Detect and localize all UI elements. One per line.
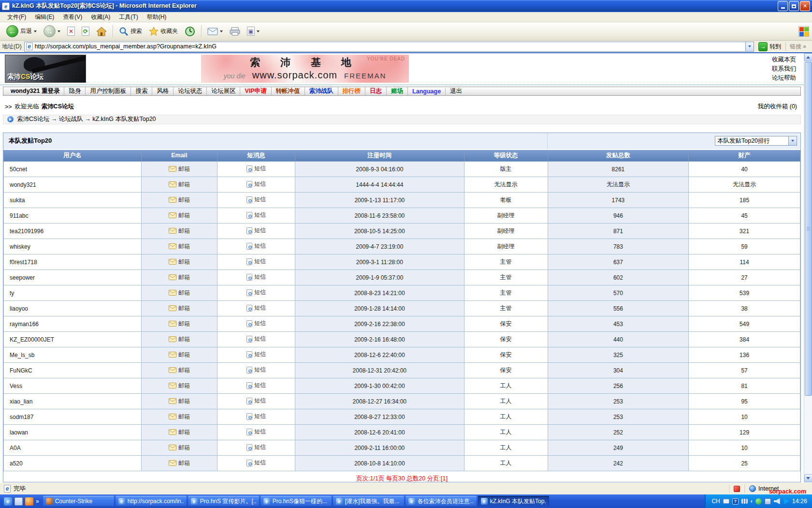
mail-dropdown-icon[interactable] (220, 30, 223, 32)
email-button[interactable]: 邮箱 (169, 258, 190, 266)
sms-button[interactable]: 短信 (246, 164, 266, 173)
sms-button[interactable]: 短信 (246, 242, 266, 250)
show-desktop-icon[interactable] (14, 497, 23, 506)
go-button[interactable]: → 转到 (756, 42, 783, 52)
email-button[interactable]: 邮箱 (169, 180, 190, 189)
email-button[interactable]: 邮箱 (169, 227, 190, 235)
scroll-up-button[interactable] (804, 53, 812, 61)
menu-item[interactable]: 收藏(A) (87, 12, 115, 22)
messenger-tray-icon[interactable] (783, 498, 789, 505)
sms-button[interactable]: 短信 (246, 412, 266, 420)
pagination[interactable]: 页次:1/1页 每页30 总数20 分页:[1] (3, 471, 800, 482)
contact-us-link[interactable]: 联系我们 (772, 64, 796, 74)
sms-button[interactable]: 短信 (246, 397, 266, 405)
email-button[interactable]: 邮箱 (169, 196, 190, 204)
breadcrumb-path[interactable]: 索沛CS论坛 → 论坛战队 → kZ.kInG 本队发贴Top20 (17, 115, 156, 123)
menu-item[interactable]: 编辑(E) (30, 12, 58, 22)
keyboard-icon[interactable] (723, 499, 729, 504)
sms-button[interactable]: 短信 (246, 304, 266, 312)
email-button[interactable]: 邮箱 (169, 165, 190, 173)
quicklaunch-ie-icon[interactable]: e (4, 497, 12, 506)
email-button[interactable]: 邮箱 (169, 242, 190, 251)
edit-button[interactable]: ▣ (244, 25, 263, 38)
taskbar-button[interactable]: 各位索沛会员请注意... (406, 496, 477, 507)
menu-item[interactable]: 帮助(H) (143, 12, 171, 22)
email-button[interactable]: 邮箱 (169, 444, 190, 452)
search-button[interactable]: 搜索 (116, 25, 145, 38)
nav-item[interactable]: 赌场 (387, 87, 408, 95)
menu-item[interactable]: 工具(T) (115, 12, 142, 22)
nav-item[interactable]: 论坛展区 (207, 87, 240, 95)
taskbar-button[interactable]: [灌水]我最強。我最... (333, 496, 404, 507)
taskbar-button[interactable]: Counter-Strike (43, 496, 114, 507)
links-button[interactable]: 链接 » (785, 43, 810, 51)
sms-button[interactable]: 短信 (246, 257, 266, 266)
favorites-button[interactable]: 收藏夹 (145, 25, 181, 38)
sms-button[interactable]: 短信 (246, 211, 266, 219)
bookmark-page-link[interactable]: 收藏本页 (772, 55, 796, 64)
close-button[interactable]: ✕ (800, 1, 810, 11)
ime-language-indicator[interactable]: CH (711, 498, 720, 505)
inbox-link[interactable]: 我的收件箱 (0) (758, 103, 799, 111)
back-dropdown-icon[interactable] (34, 30, 37, 32)
sms-button[interactable]: 短信 (246, 273, 266, 281)
sms-button[interactable]: 短信 (246, 288, 266, 297)
nav-item[interactable]: 索沛战队 (305, 87, 338, 95)
nav-item[interactable]: wondy321 重登录 (6, 87, 64, 95)
back-button[interactable]: ← 后退 (3, 23, 40, 39)
ranking-select[interactable]: 本队发贴Top20排行 (715, 136, 797, 146)
network-tray-icon[interactable] (765, 498, 771, 505)
address-dropdown-button[interactable] (745, 42, 754, 51)
sms-button[interactable]: 短信 (246, 180, 266, 188)
vertical-scrollbar[interactable] (804, 53, 812, 482)
email-button[interactable]: 邮箱 (169, 428, 190, 436)
sorpack-ad-banner[interactable]: 索 沛 基 地 YOU'RE DEAD you die www.sorpack.… (201, 55, 409, 83)
select-dropdown-icon[interactable] (788, 136, 797, 145)
nav-item[interactable]: 搜索 (131, 87, 152, 95)
forward-dropdown-icon[interactable] (58, 30, 60, 32)
forum-logo[interactable]: 索沛CS论坛 (5, 55, 86, 83)
nav-item[interactable]: 隐身 (64, 87, 86, 95)
nav-item[interactable]: 日志 (365, 87, 387, 95)
nav-item[interactable]: 论坛状态 (174, 87, 207, 95)
ime-toolbar-icon[interactable] (741, 499, 748, 504)
forward-button[interactable]: → (40, 23, 64, 39)
nav-item[interactable]: VIP申请 (240, 87, 271, 95)
maximize-button[interactable] (789, 1, 799, 11)
stop-button[interactable]: ✕ (64, 25, 78, 38)
sms-button[interactable]: 短信 (246, 443, 266, 451)
nav-item[interactable]: 转帐冲值 (272, 87, 305, 95)
refresh-button[interactable]: ⟳ (78, 25, 93, 38)
email-button[interactable]: 邮箱 (169, 320, 190, 328)
taskbar-button[interactable]: http://sorpack.com/in... (116, 496, 187, 507)
bitcomet-tray-icon[interactable] (755, 498, 762, 505)
mail-button[interactable] (204, 26, 226, 37)
sms-button[interactable]: 短信 (246, 381, 266, 389)
nav-item[interactable]: 排行榜 (338, 87, 366, 95)
email-button[interactable]: 邮箱 (169, 413, 190, 421)
email-button[interactable]: 邮箱 (169, 335, 190, 344)
history-button[interactable] (181, 24, 199, 39)
email-button[interactable]: 邮箱 (169, 366, 190, 374)
forum-help-link[interactable]: 论坛帮助 (772, 74, 796, 83)
sms-button[interactable]: 短信 (246, 195, 266, 204)
email-button[interactable]: 邮箱 (169, 289, 190, 297)
media-player-icon[interactable] (25, 497, 33, 506)
sms-button[interactable]: 短信 (246, 428, 266, 436)
minimize-button[interactable] (778, 1, 788, 11)
sms-button[interactable]: 短信 (246, 319, 266, 328)
taskbar-button[interactable]: Pro.hnS 宣传影片。[... (188, 496, 259, 507)
email-button[interactable]: 邮箱 (169, 211, 190, 220)
scrollbar-thumb[interactable] (805, 62, 812, 396)
nav-item[interactable]: 风格 (152, 87, 174, 95)
email-button[interactable]: 邮箱 (169, 459, 190, 467)
email-button[interactable]: 邮箱 (169, 351, 190, 359)
help-tray-icon[interactable]: ? (732, 498, 739, 505)
sms-button[interactable]: 短信 (246, 366, 266, 374)
email-button[interactable]: 邮箱 (169, 273, 190, 282)
address-input[interactable]: e http://sorpack.com/plus_menpai_member.… (24, 42, 754, 52)
menu-item[interactable]: 文件(F) (3, 12, 30, 22)
taskbar-button[interactable]: Pro.hnS像猫一様的... (261, 496, 332, 507)
sms-button[interactable]: 短信 (246, 350, 266, 359)
email-button[interactable]: 邮箱 (169, 304, 190, 313)
